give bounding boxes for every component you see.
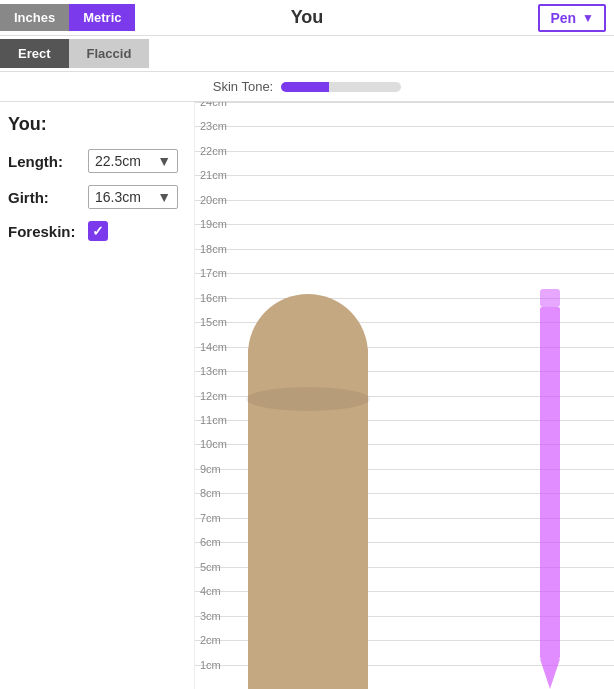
ruler-line-label: 16cm — [197, 293, 227, 304]
ruler-line: 21cm — [195, 175, 614, 176]
ruler-line-label: 12cm — [197, 391, 227, 402]
ruler-line-label: 8cm — [197, 488, 221, 499]
length-value: 22.5cm — [95, 153, 141, 169]
ruler-line-label: 14cm — [197, 342, 227, 353]
state-bar: Erect Flaccid — [0, 36, 614, 72]
girth-value: 16.3cm — [95, 189, 141, 205]
ruler-line-label: 23cm — [197, 121, 227, 132]
erect-button[interactable]: Erect — [0, 39, 69, 68]
right-panel: 24cm23cm22cm21cm20cm19cm18cm17cm16cm15cm… — [195, 102, 614, 689]
ruler-line: 23cm — [195, 126, 614, 127]
ruler-line-label: 9cm — [197, 464, 221, 475]
ruler-line-label: 20cm — [197, 195, 227, 206]
ruler-line-label: 2cm — [197, 635, 221, 646]
ruler-line-label: 17cm — [197, 268, 227, 279]
ruler-line-label: 1cm — [197, 660, 221, 671]
metric-button[interactable]: Metric — [69, 4, 135, 31]
ruler-line: 24cm — [195, 102, 614, 103]
inches-button[interactable]: Inches — [0, 4, 69, 31]
ruler-line-label: 18cm — [197, 244, 227, 255]
svg-rect-3 — [540, 289, 560, 307]
girth-dropdown-icon: ▼ — [157, 189, 171, 205]
ruler-line: 19cm — [195, 224, 614, 225]
you-label: You — [291, 7, 324, 28]
ruler-line-label: 21cm — [197, 170, 227, 181]
foreskin-row: Foreskin: ✓ — [8, 221, 186, 241]
flaccid-button[interactable]: Flaccid — [69, 39, 150, 68]
ruler-line-label: 7cm — [197, 513, 221, 524]
girth-row: Girth: 16.3cm ▼ — [8, 185, 186, 209]
length-dropdown-icon: ▼ — [157, 153, 171, 169]
ruler-line-label: 24cm — [197, 102, 227, 108]
pen-arrow-icon: ▼ — [582, 11, 594, 25]
top-bar: Inches Metric You Pen ▼ — [0, 0, 614, 36]
foreskin-checkbox[interactable]: ✓ — [88, 221, 108, 241]
pen-label: Pen — [550, 10, 576, 26]
length-label: Length: — [8, 153, 88, 170]
skin-tone-row: Skin Tone: — [0, 72, 614, 102]
ruler-line-label: 19cm — [197, 219, 227, 230]
ruler-line: 20cm — [195, 200, 614, 201]
ruler-line-label: 5cm — [197, 562, 221, 573]
penis-shape — [243, 269, 373, 689]
length-row: Length: 22.5cm ▼ — [8, 149, 186, 173]
pen-dropdown-button[interactable]: Pen ▼ — [538, 4, 606, 32]
girth-label: Girth: — [8, 189, 88, 206]
ruler-line-label: 13cm — [197, 366, 227, 377]
ruler-line-label: 4cm — [197, 586, 221, 597]
ruler-line-label: 22cm — [197, 146, 227, 157]
ruler-line-label: 10cm — [197, 439, 227, 450]
ruler-line: 18cm — [195, 249, 614, 250]
svg-rect-4 — [540, 307, 560, 659]
checkmark-icon: ✓ — [92, 223, 104, 239]
ruler-line-label: 3cm — [197, 611, 221, 622]
main-area: You: Length: 22.5cm ▼ Girth: 16.3cm ▼ Fo… — [0, 102, 614, 689]
left-panel: You: Length: 22.5cm ▼ Girth: 16.3cm ▼ Fo… — [0, 102, 195, 689]
svg-marker-5 — [540, 659, 560, 689]
length-select[interactable]: 22.5cm ▼ — [88, 149, 178, 173]
ruler-line: 22cm — [195, 151, 614, 152]
skin-tone-label: Skin Tone: — [213, 79, 273, 94]
unit-toggle: Inches Metric — [0, 4, 135, 31]
ruler-line-label: 6cm — [197, 537, 221, 548]
ruler-area: 24cm23cm22cm21cm20cm19cm18cm17cm16cm15cm… — [195, 102, 614, 689]
pen-shape — [538, 289, 562, 689]
foreskin-label: Foreskin: — [8, 223, 88, 240]
skin-tone-slider[interactable] — [281, 82, 401, 92]
ruler-line-label: 11cm — [197, 415, 227, 426]
girth-select[interactable]: 16.3cm ▼ — [88, 185, 178, 209]
svg-point-2 — [246, 387, 370, 411]
pen-selector: Pen ▼ — [538, 4, 606, 32]
you-heading: You: — [8, 114, 186, 135]
ruler-line-label: 15cm — [197, 317, 227, 328]
